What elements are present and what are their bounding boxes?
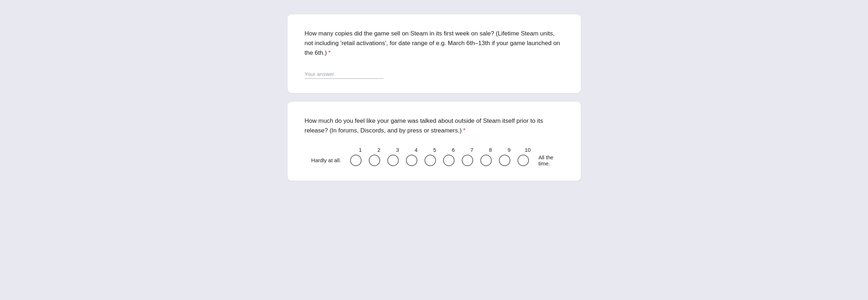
answer-input-1[interactable] xyxy=(305,69,383,79)
rating-circles-row: Hardly at all. All the time. xyxy=(305,154,564,166)
rating-radio-6[interactable] xyxy=(443,155,455,166)
rating-circle-wrapper-2 xyxy=(365,155,384,166)
rating-number-9: 9 xyxy=(500,147,519,153)
rating-number-6: 6 xyxy=(444,147,463,153)
rating-circle-wrapper-5 xyxy=(421,155,440,166)
question-card-1: How many copies did the game sell on Ste… xyxy=(288,14,581,93)
rating-radio-1[interactable] xyxy=(350,155,362,166)
page-container: How many copies did the game sell on Ste… xyxy=(0,7,868,188)
rating-number-10: 10 xyxy=(519,147,537,153)
required-star-1: * xyxy=(328,49,331,56)
rating-right-label: All the time. xyxy=(533,154,563,166)
rating-radio-4[interactable] xyxy=(406,155,417,166)
rating-radio-9[interactable] xyxy=(499,155,510,166)
rating-radio-7[interactable] xyxy=(462,155,473,166)
rating-circle-wrapper-1 xyxy=(347,155,365,166)
rating-circle-wrapper-7 xyxy=(458,155,477,166)
rating-circle-wrapper-3 xyxy=(384,155,402,166)
rating-number-3: 3 xyxy=(388,147,407,153)
required-star-2: * xyxy=(463,127,466,134)
rating-circle-wrapper-6 xyxy=(440,155,458,166)
rating-circle-wrapper-9 xyxy=(495,155,514,166)
rating-section: 12345678910 Hardly at all. All the time. xyxy=(305,147,564,166)
rating-number-4: 4 xyxy=(407,147,426,153)
rating-radio-5[interactable] xyxy=(425,155,436,166)
rating-number-2: 2 xyxy=(370,147,388,153)
rating-radios xyxy=(347,155,533,166)
rating-number-7: 7 xyxy=(463,147,481,153)
rating-radio-3[interactable] xyxy=(387,155,399,166)
question-card-2: How much do you feel like your game was … xyxy=(288,102,581,181)
rating-number-1: 1 xyxy=(351,147,370,153)
rating-circle-wrapper-10 xyxy=(514,155,533,166)
rating-circle-wrapper-4 xyxy=(402,155,421,166)
question-text-1: How many copies did the game sell on Ste… xyxy=(305,29,564,58)
question-text-2: How much do you feel like your game was … xyxy=(305,116,564,135)
rating-number-8: 8 xyxy=(481,147,500,153)
rating-radio-2[interactable] xyxy=(369,155,380,166)
rating-circle-wrapper-8 xyxy=(477,155,495,166)
rating-left-label: Hardly at all. xyxy=(305,157,347,163)
rating-number-5: 5 xyxy=(426,147,444,153)
rating-radio-10[interactable] xyxy=(518,155,529,166)
rating-radio-8[interactable] xyxy=(480,155,492,166)
rating-numbers: 12345678910 xyxy=(351,147,537,153)
rating-numbers-row: 12345678910 xyxy=(305,147,564,153)
